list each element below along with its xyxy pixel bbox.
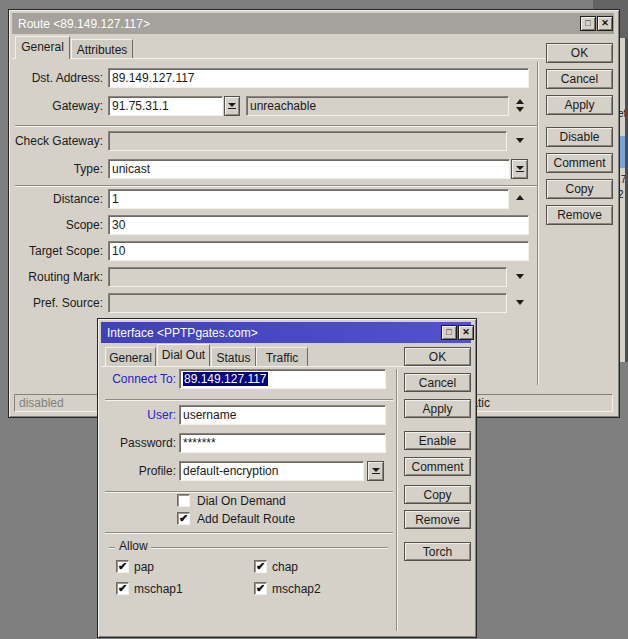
- add-default-route-label[interactable]: Add Default Route: [197, 512, 295, 526]
- interface-title: Interface <PPTPgates.com>: [107, 326, 258, 340]
- dst-address-input[interactable]: 89.149.127.117: [108, 68, 529, 88]
- profile-input[interactable]: default-encryption: [179, 461, 364, 481]
- separator: [15, 185, 539, 187]
- mschap2-checkbox[interactable]: ✔: [254, 582, 267, 595]
- dial-on-demand-label[interactable]: Dial On Demand: [197, 494, 286, 508]
- spinner-up-icon[interactable]: [516, 99, 524, 104]
- user-label: User:: [102, 405, 176, 425]
- button-column-divider: [537, 62, 539, 385]
- maximize-icon[interactable]: □: [441, 325, 457, 340]
- collapse-up-icon[interactable]: [516, 195, 524, 200]
- profile-dropdown-icon[interactable]: [367, 461, 384, 481]
- dropdown-bar-icon: [372, 473, 380, 474]
- dropdown-arrow-icon: [372, 468, 380, 472]
- routing-mark-combobox[interactable]: [108, 267, 507, 287]
- password-label: Password:: [102, 433, 176, 453]
- pap-label[interactable]: pap: [134, 560, 154, 574]
- tab-status[interactable]: Status: [211, 347, 256, 366]
- allow-group-label: Allow: [119, 540, 148, 553]
- dial-on-demand-checkbox[interactable]: [177, 494, 190, 507]
- check-gateway-combobox[interactable]: [108, 131, 507, 151]
- connect-to-selected-text: 89.149.127.117: [183, 372, 268, 386]
- type-dropdown-icon[interactable]: [511, 159, 528, 179]
- remove-button[interactable]: Remove: [404, 510, 471, 529]
- maximize-icon[interactable]: □: [580, 16, 596, 31]
- tab-content-edge: [12, 58, 614, 59]
- type-input[interactable]: unicast: [108, 159, 510, 179]
- comment-button[interactable]: Comment: [404, 457, 471, 476]
- separator: [105, 399, 393, 401]
- profile-label: Profile:: [102, 461, 176, 481]
- cancel-button[interactable]: Cancel: [546, 69, 613, 89]
- enable-button[interactable]: Enable: [404, 431, 471, 450]
- password-input[interactable]: *******: [179, 433, 386, 453]
- mschap1-label[interactable]: mschap1: [134, 582, 183, 596]
- cancel-button[interactable]: Cancel: [404, 373, 471, 392]
- tab-general[interactable]: General: [15, 36, 70, 59]
- target-scope-label: Target Scope:: [13, 241, 103, 261]
- tab-dial-out[interactable]: Dial Out: [157, 344, 210, 366]
- interface-dialog: Interface <PPTPgates.com> □ ✕ General Di…: [97, 318, 477, 638]
- dropdown-bar-icon: [516, 171, 524, 172]
- pref-source-combobox[interactable]: [108, 293, 507, 313]
- dropdown-bar-icon: [228, 108, 236, 109]
- check-gateway-dropdown-icon[interactable]: [516, 138, 524, 143]
- apply-button[interactable]: Apply: [404, 399, 471, 418]
- type-label: Type:: [13, 159, 103, 179]
- mschap2-label[interactable]: mschap2: [272, 582, 321, 596]
- target-scope-input[interactable]: 10: [108, 241, 529, 261]
- disable-button[interactable]: Disable: [546, 127, 613, 147]
- close-icon[interactable]: ✕: [597, 16, 613, 31]
- add-default-route-checkbox[interactable]: ✔: [177, 512, 190, 525]
- button-column-divider: [396, 369, 398, 631]
- dropdown-arrow-icon: [228, 103, 236, 107]
- comment-button[interactable]: Comment: [546, 153, 613, 173]
- spinner-down-icon[interactable]: [516, 107, 524, 112]
- tab-attributes[interactable]: Attributes: [71, 39, 133, 59]
- connect-to-label: Connect To:: [102, 369, 176, 389]
- route-title: Route <89.149.127.117>: [18, 17, 150, 31]
- distance-input[interactable]: 1: [108, 189, 509, 209]
- tab-general[interactable]: General: [105, 347, 156, 366]
- ok-button[interactable]: OK: [546, 43, 613, 63]
- remove-button[interactable]: Remove: [546, 205, 613, 225]
- torch-button[interactable]: Torch: [404, 542, 471, 561]
- dst-address-label: Dst. Address:: [13, 68, 103, 88]
- routing-mark-label: Routing Mark:: [13, 267, 103, 287]
- gateway-input[interactable]: 91.75.31.1: [108, 96, 223, 116]
- gateway-label: Gateway:: [13, 96, 103, 116]
- close-icon[interactable]: ✕: [458, 325, 474, 340]
- check-gateway-label: Check Gateway:: [13, 131, 103, 151]
- tab-content-edge: [101, 366, 471, 367]
- ok-button[interactable]: OK: [404, 347, 471, 366]
- interface-titlebar[interactable]: Interface <PPTPgates.com>: [101, 322, 471, 343]
- distance-label: Distance:: [13, 189, 103, 209]
- route-titlebar[interactable]: Route <89.149.127.117>: [12, 13, 614, 34]
- gateway-status-box: unreachable: [246, 96, 509, 116]
- separator: [105, 532, 393, 534]
- pref-source-dropdown-icon[interactable]: [516, 300, 524, 305]
- routing-mark-dropdown-icon[interactable]: [516, 274, 524, 279]
- allow-group-line: [109, 547, 115, 549]
- user-input[interactable]: username: [179, 405, 386, 425]
- connect-to-input[interactable]: 89.149.127.117: [179, 369, 386, 389]
- tab-traffic[interactable]: Traffic: [256, 347, 308, 366]
- apply-button[interactable]: Apply: [546, 95, 613, 115]
- copy-button[interactable]: Copy: [404, 485, 471, 504]
- desktop: { "colors": { "active_titlebar": "#4747c…: [0, 0, 628, 639]
- pap-checkbox[interactable]: ✔: [116, 560, 129, 573]
- separator: [15, 125, 539, 127]
- chap-label[interactable]: chap: [272, 560, 298, 574]
- pref-source-label: Pref. Source:: [13, 293, 103, 313]
- scope-input[interactable]: 30: [108, 215, 529, 235]
- scope-label: Scope:: [13, 215, 103, 235]
- allow-group-line: [151, 547, 388, 549]
- mschap1-checkbox[interactable]: ✔: [116, 582, 129, 595]
- desktop-dark-corner: [593, 0, 628, 9]
- dropdown-arrow-icon: [516, 166, 524, 170]
- copy-button[interactable]: Copy: [546, 179, 613, 199]
- separator: [105, 491, 393, 493]
- chap-checkbox[interactable]: ✔: [254, 560, 267, 573]
- gateway-dropdown-icon[interactable]: [224, 96, 240, 116]
